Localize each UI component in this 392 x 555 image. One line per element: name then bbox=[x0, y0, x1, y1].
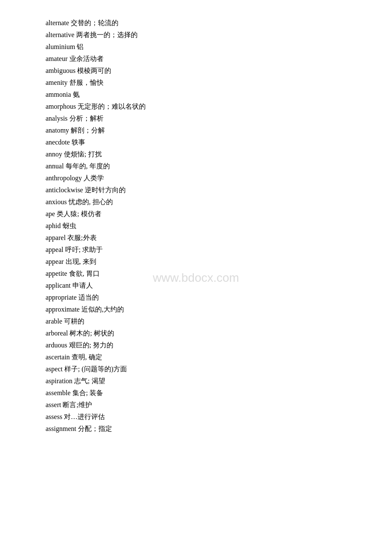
vocab-item: annual 每年的, 年度的 bbox=[46, 160, 358, 172]
vocab-item: assignment 分配；指定 bbox=[46, 423, 358, 435]
vocab-item: annoy 使烦恼; 打扰 bbox=[46, 148, 358, 160]
vocab-item: anxious 忧虑的, 担心的 bbox=[46, 196, 358, 208]
vocab-item: appropriate 适当的 bbox=[46, 292, 358, 304]
vocab-item: appetite 食欲, 胃口 bbox=[46, 268, 358, 280]
vocab-item: ammonia 氨 bbox=[46, 89, 358, 101]
vocab-item: appeal 呼吁; 求助于 bbox=[46, 244, 358, 256]
vocab-item: ascertain 查明, 确定 bbox=[46, 351, 358, 363]
vocab-item: alternative 两者挑一的；选择的 bbox=[46, 29, 358, 41]
vocab-item: arboreal 树木的; 树状的 bbox=[46, 327, 358, 339]
vocab-item: analysis 分析；解析 bbox=[46, 113, 358, 124]
vocab-item: approximate 近似的,大约的 bbox=[46, 304, 358, 315]
vocab-item: applicant 申请人 bbox=[46, 280, 358, 292]
vocab-item: aluminium 铝 bbox=[46, 41, 358, 53]
vocab-item: anatomy 解剖；分解 bbox=[46, 124, 358, 136]
vocab-item: anthropology 人类学 bbox=[46, 172, 358, 184]
vocab-item: amorphous 无定形的；难以名状的 bbox=[46, 101, 358, 113]
vocab-item: assert 断言;维护 bbox=[46, 399, 358, 411]
vocab-item: aspiration 志气; 渴望 bbox=[46, 375, 358, 387]
vocab-item: amateur 业余活动者 bbox=[46, 53, 358, 65]
vocab-item: arable 可耕的 bbox=[46, 315, 358, 327]
vocab-item: aphid 蚜虫 bbox=[46, 220, 358, 232]
vocab-item: ape 类人猿; 模仿者 bbox=[46, 208, 358, 220]
vocab-item: ambiguous 模棱两可的 bbox=[46, 65, 358, 77]
vocab-item: assemble 集合; 装备 bbox=[46, 387, 358, 399]
vocab-item: anecdote 轶事 bbox=[46, 136, 358, 148]
vocab-item: alternate 交替的；轮流的 bbox=[46, 17, 358, 29]
vocab-item: apparel 衣服;外表 bbox=[46, 232, 358, 244]
vocab-item: arduous 艰巨的; 努力的 bbox=[46, 339, 358, 351]
vocab-item: amenity 舒服，愉快 bbox=[46, 77, 358, 89]
vocab-item: appear 出现, 来到 bbox=[46, 256, 358, 268]
vocab-item: anticlockwise 逆时针方向的 bbox=[46, 184, 358, 196]
vocab-item: assess 对…进行评估 bbox=[46, 411, 358, 423]
vocab-item: aspect 样子; (问题等的)方面 bbox=[46, 363, 358, 375]
vocabulary-list: alternate 交替的；轮流的alternative 两者挑一的；选择的al… bbox=[46, 17, 358, 435]
